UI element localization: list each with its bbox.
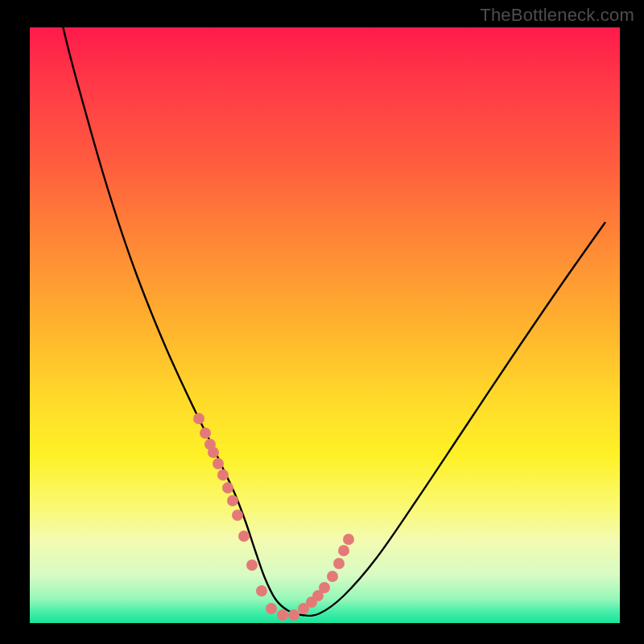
highlight-dot [232,510,243,521]
highlight-dot [288,609,299,621]
curve-layer [0,0,644,644]
highlight-dot [193,413,204,424]
bottleneck-curve [56,0,605,616]
chart-frame: TheBottleneck.com [0,0,644,644]
highlight-dot [256,585,267,597]
highlight-dot [333,558,345,569]
highlight-dot [266,603,277,614]
highlight-dot [277,609,288,621]
highlight-dot [327,571,338,582]
highlight-dot [319,582,330,593]
highlight-dot [343,534,354,545]
highlight-dot [338,545,349,556]
highlight-dot [217,469,229,481]
highlight-dot [200,427,211,439]
highlight-dot [238,530,250,542]
highlight-dot [222,482,233,493]
highlight-dot [208,447,219,458]
highlight-dot [246,559,258,571]
highlight-dot [227,495,238,506]
highlight-dot [213,458,224,469]
